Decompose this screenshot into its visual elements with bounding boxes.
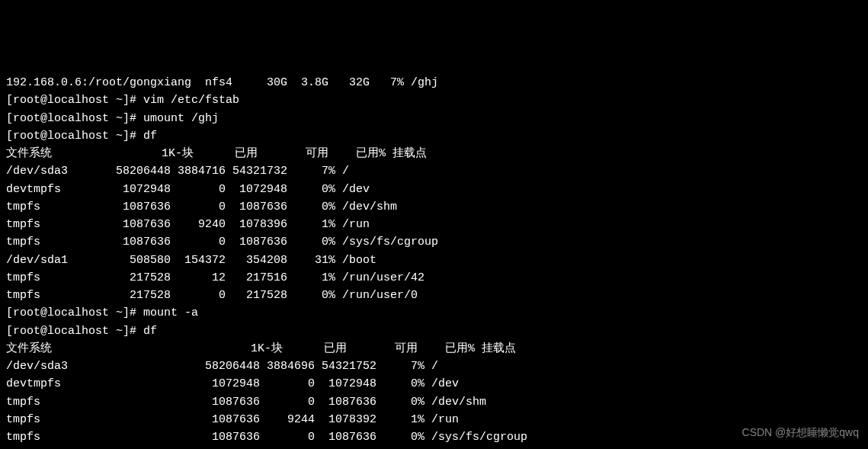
command-umount: [root@localhost ~]# umount /ghj: [6, 110, 862, 127]
df1-row: /dev/sda3 58206448 3884716 54321732 7% /: [6, 162, 862, 180]
command-df: [root@localhost ~]# df: [6, 127, 862, 145]
terminal-output[interactable]: 192.168.0.6:/root/gongxiang nfs4 30G 3.8…: [6, 74, 862, 449]
df2-header: 文件系统 1K-块 已用 可用 已用% 挂载点: [6, 340, 862, 358]
df1-row: /dev/sda1 508580 154372 354208 31% /boot: [6, 252, 862, 269]
df2-row: tmpfs 1087636 0 1087636 0% /dev/shm: [6, 393, 862, 411]
df2-row: /dev/sda3 58206448 3884696 54321752 7% /: [6, 358, 862, 375]
df2-row: devtmpfs 1072948 0 1072948 0% /dev: [6, 375, 862, 393]
df1-header: 文件系统 1K-块 已用 可用 已用% 挂载点: [6, 145, 862, 162]
df2-row: /dev/sda1 508580 154372 354208 31% /boot: [6, 446, 862, 449]
df1-row: tmpfs 217528 0 217528 0% /run/user/0: [6, 287, 862, 304]
df1-row: tmpfs 1087636 0 1087636 0% /dev/shm: [6, 198, 862, 216]
df1-row: devtmpfs 1072948 0 1072948 0% /dev: [6, 181, 862, 198]
df2-row: tmpfs 1087636 9244 1078392 1% /run: [6, 411, 862, 428]
command-mount-a: [root@localhost ~]# mount -a: [6, 304, 862, 322]
df1-row: tmpfs 217528 12 217516 1% /run/user/42: [6, 269, 862, 287]
df1-row: tmpfs 1087636 9240 1078396 1% /run: [6, 216, 862, 233]
command-df2: [root@localhost ~]# df: [6, 322, 862, 340]
df2-row: tmpfs 1087636 0 1087636 0% /sys/fs/cgrou…: [6, 428, 862, 446]
command-vim: [root@localhost ~]# vim /etc/fstab: [6, 91, 862, 109]
output-truncated: 192.168.0.6:/root/gongxiang nfs4 30G 3.8…: [6, 74, 862, 91]
df1-row: tmpfs 1087636 0 1087636 0% /sys/fs/cgrou…: [6, 233, 862, 251]
